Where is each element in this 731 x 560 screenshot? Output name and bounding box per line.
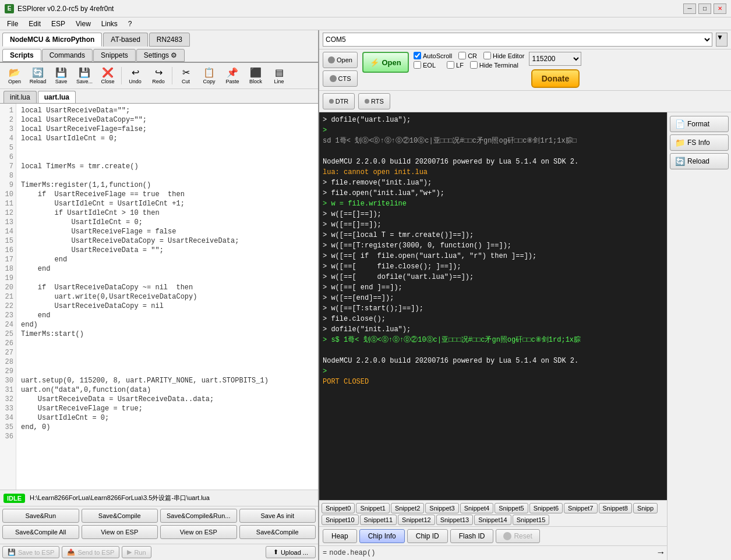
eol-checkbox[interactable] [414,61,421,69]
block-button[interactable]: ⬛ Block [245,65,267,87]
paste-button[interactable]: 📌 Paste [221,65,243,87]
code-content[interactable]: local UsartReceiveData="";local UsartRec… [16,104,318,490]
dtr-icon [329,99,334,104]
savetoesp-icon: 💾 [8,548,16,556]
saverun-button[interactable]: Save&Run [2,509,79,523]
snippet-btn-snippet7[interactable]: Snippet7 [564,503,597,513]
tab-scripts[interactable]: Scripts [2,49,41,62]
snippet-btn-snippet2[interactable]: Snippet2 [391,503,424,513]
reset-button[interactable]: Reset [496,529,539,543]
hide-editor-checkbox[interactable] [483,52,491,59]
hide-terminal-checkbox[interactable] [470,61,478,69]
cut-label: Cut [182,79,190,84]
tab-snippets[interactable]: Snippets [93,49,136,62]
run-icon: ▶ [127,548,132,556]
menu-view[interactable]: View [71,19,96,29]
saveasinit-button[interactable]: Save As init [239,509,316,523]
savecompilerun-button[interactable]: Save&Compile&Run... [160,509,237,523]
cr-checkbox[interactable] [458,52,466,59]
cts-icon [330,75,337,82]
maximize-btn[interactable]: □ [698,3,711,14]
viewonesp-button[interactable]: View on ESP [82,525,158,539]
savecompileall-button[interactable]: Save&Compile All [2,525,79,539]
file-tab-uartlua[interactable]: uart.lua [38,91,76,103]
snippet-btn-snippet3[interactable]: Snippet3 [425,503,458,513]
snippet-btn-snipp[interactable]: Snipp [633,503,658,513]
donate-button[interactable]: Donate [531,69,580,88]
menu-help[interactable]: ? [123,19,137,29]
com-select[interactable]: COM5 [323,33,712,47]
menu-links[interactable]: Links [97,19,122,29]
snippet-btn-snippet8[interactable]: Snippet8 [599,503,632,513]
snippet-btn-snippet0[interactable]: Snippet0 [322,503,355,513]
file-tab-initlua[interactable]: init.lua [3,91,37,103]
com-dropdown-btn[interactable]: ▼ [716,33,728,47]
snippet-btn-snippet10[interactable]: Snippet10 [322,515,359,525]
upload-icon: ⬆ [273,548,278,556]
undo-icon: ↩ [132,67,139,78]
copy-button[interactable]: 📋 Copy [198,65,220,87]
format-button[interactable]: 📄 Format [670,116,729,132]
snippet-btn-snippet13[interactable]: Snippet13 [436,515,474,525]
open-port-icon [328,56,335,63]
snippet-btn-snippet1[interactable]: Snippet1 [356,503,389,513]
chipinfo-button[interactable]: Chip Info [359,529,405,543]
rts-button[interactable]: RTS [358,93,390,109]
tab-nodemcu[interactable]: NodeMCU & MicroPython [2,33,102,47]
snippet-btn-snippet12[interactable]: Snippet12 [398,515,435,525]
menubar: File Edit ESP View Links ? [0,17,731,30]
tab-atbased[interactable]: AT-based [103,33,147,47]
open-port-button[interactable]: Open [323,52,358,68]
inner-tabs: Scripts Commands Snippets Settings ⚙ [0,47,318,63]
open-big-button[interactable]: ⚡ Open [362,52,409,73]
minimize-btn[interactable]: ─ [683,3,696,14]
viewonesp2-button[interactable]: View on ESP [160,525,237,539]
snippet-btn-snippet5[interactable]: Snippet5 [495,503,528,513]
save-button[interactable]: 💾 Save [50,65,72,87]
chipid-button[interactable]: Chip ID [407,529,448,543]
snippet-btn-snippet6[interactable]: Snippet6 [529,503,563,513]
baud-donate: 115200 Donate [529,52,581,88]
tab-settings[interactable]: Settings ⚙ [136,49,185,62]
reload-button[interactable]: 🔄 Reload [27,65,49,87]
savetoesp-button[interactable]: 💾 Save to ESP [2,546,59,558]
tab-commands[interactable]: Commands [42,49,93,62]
open-button[interactable]: 📂 Open [3,65,26,87]
sendtoesp-button[interactable]: 📤 Send to ESP [62,546,119,558]
port-buttons: Open CTS [323,52,358,87]
autoscroll-checkbox[interactable] [414,52,421,59]
snippet-btn-snippet4[interactable]: Snippet4 [460,503,493,513]
snippets-row: Snippet0Snippet1Snippet2Snippet3Snippet4… [319,500,667,526]
snippet-btn-snippet14[interactable]: Snippet14 [474,515,511,525]
run-button[interactable]: ▶ Run [122,546,151,558]
saveas-button[interactable]: 💾 Save... [73,65,96,87]
dtr-button[interactable]: DTR [323,93,355,109]
code-editor[interactable]: 1234567891011121314151617181920212223242… [0,103,318,490]
reload-side-button[interactable]: 🔄 Reload [670,153,729,169]
savecompile2-button[interactable]: Save&Compile [239,525,316,539]
terminal[interactable]: > dofile("uart.lua");>sd 1蕚< 刬⓪<⓪↑⓪↑⓪②10… [319,112,667,500]
close-btn[interactable]: ✕ [714,3,726,14]
savecompile-button[interactable]: Save&Compile [82,509,158,523]
reset-icon [503,532,511,540]
upload-button[interactable]: ⬆ Upload ... [266,546,316,558]
redo-button[interactable]: ↪ Redo [147,65,169,87]
close-file-button[interactable]: ❌ Close [97,65,119,87]
menu-esp[interactable]: ESP [47,19,70,29]
rts-icon [365,99,369,104]
fsinfo-button[interactable]: 📁 FS Info [670,134,729,151]
line-button[interactable]: ▤ Line [268,65,290,87]
heap-button[interactable]: Heap [323,529,357,543]
lf-checkbox[interactable] [447,61,454,69]
cut-button[interactable]: ✂ Cut [175,65,197,87]
close-label: Close [101,79,114,84]
tab-rn2483[interactable]: RN2483 [149,33,190,47]
baud-select[interactable]: 115200 [529,52,581,66]
snippet-btn-snippet15[interactable]: Snippet15 [513,515,550,525]
menu-file[interactable]: File [2,19,23,29]
cts-button[interactable]: CTS [323,70,358,87]
flashid-button[interactable]: Flash ID [450,529,494,543]
snippet-btn-snippet11[interactable]: Snippet11 [360,515,397,525]
menu-edit[interactable]: Edit [24,19,45,29]
undo-button[interactable]: ↩ Undo [124,65,146,87]
